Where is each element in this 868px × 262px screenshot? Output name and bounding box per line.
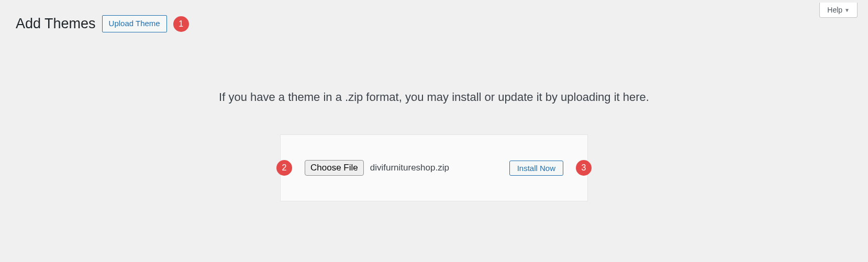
- annotation-badge-2: 2: [276, 160, 292, 176]
- page-header: Add Themes Upload Theme 1: [0, 0, 868, 33]
- upload-panel-inner: Choose File divifurnitureshop.zip Instal…: [296, 160, 572, 176]
- install-now-button[interactable]: Install Now: [509, 161, 563, 176]
- help-label: Help: [827, 6, 842, 14]
- upload-instruction-text: If you have a theme in a .zip format, yo…: [0, 90, 868, 104]
- upload-theme-button[interactable]: Upload Theme: [102, 15, 167, 32]
- upload-panel: 2 Choose File divifurnitureshop.zip Inst…: [280, 134, 588, 201]
- choose-file-button[interactable]: Choose File: [305, 160, 364, 176]
- annotation-badge-1: 1: [173, 16, 189, 32]
- selected-filename: divifurnitureshop.zip: [370, 163, 449, 173]
- chevron-down-icon: ▼: [844, 7, 850, 13]
- file-chooser-group: Choose File divifurnitureshop.zip: [305, 160, 449, 176]
- page-title: Add Themes: [16, 15, 96, 33]
- annotation-badge-3: 3: [576, 160, 592, 176]
- help-tab[interactable]: Help ▼: [819, 3, 858, 18]
